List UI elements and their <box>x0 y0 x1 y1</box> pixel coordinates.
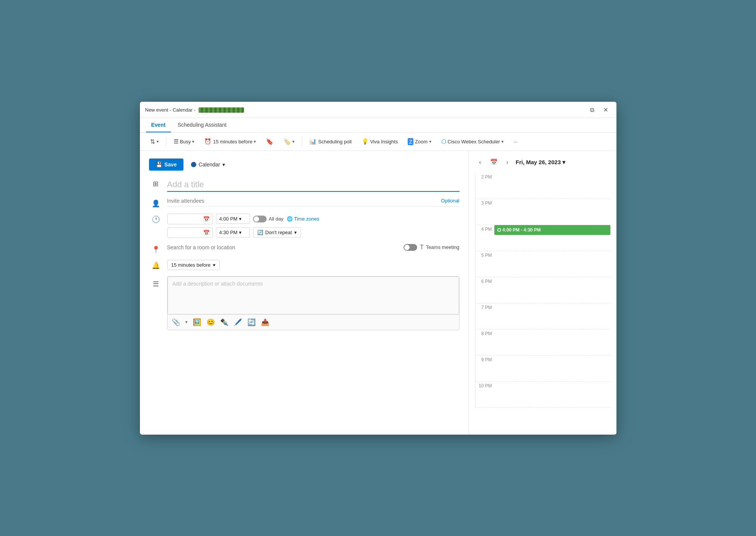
calendar-date-title[interactable]: Fri, May 26, 2023 ▾ <box>516 159 565 166</box>
timeline-slot[interactable]: 4:00 PM - 4:30 PM <box>494 225 610 251</box>
save-button[interactable]: 💾 Save <box>149 158 184 171</box>
cisco-chevron-icon: ▾ <box>501 139 504 144</box>
timeline-slot[interactable] <box>494 199 610 225</box>
window-title-blur <box>199 107 244 113</box>
status-chevron-icon: ▾ <box>192 139 194 144</box>
calendar-grid-button[interactable]: 📅 <box>489 157 499 168</box>
tag-button[interactable]: 🔖 <box>262 136 278 148</box>
attendees-input[interactable] <box>167 198 441 204</box>
cisco-button[interactable]: ⬡ Cisco Webex Scheduler ▾ <box>437 136 508 147</box>
reminder-icon: 🔔 <box>149 260 163 270</box>
calendar-nav: ‹ 📅 › Fri, May 26, 2023 ▾ <box>475 157 610 168</box>
label-chevron-icon: ▾ <box>292 139 295 144</box>
end-date-picker[interactable]: 5/26/2023 📅 <box>167 227 213 238</box>
allday-row: All day <box>253 216 284 222</box>
scheduling-poll-button[interactable]: 📊 Scheduling poll <box>305 136 355 147</box>
calendar-selector-label: Calendar <box>199 162 220 168</box>
timeline-slot[interactable] <box>494 173 610 199</box>
teams-meeting-toggle[interactable] <box>404 244 417 251</box>
image-button[interactable]: 🖼️ <box>192 317 202 328</box>
calendar-prev-button[interactable]: ‹ <box>475 157 486 168</box>
filter-button[interactable]: ⇅ ▾ <box>146 136 163 148</box>
globe-icon: 🌐 <box>287 216 293 222</box>
timeline-slot[interactable] <box>494 251 610 277</box>
highlight-button[interactable]: 🖊️ <box>233 317 243 328</box>
start-time-chevron-icon: ▾ <box>239 216 242 222</box>
label-icon: 🏷️ <box>283 138 291 145</box>
timeline-row: 8 PM <box>475 329 610 356</box>
timeline-slot[interactable] <box>494 356 610 381</box>
signature-button[interactable]: ✒️ <box>219 317 230 328</box>
repeat-selector[interactable]: 🔄 Don't repeat ▾ <box>253 227 301 238</box>
more-options-icon: ··· <box>514 139 518 144</box>
end-date-input[interactable]: 5/26/2023 <box>171 230 201 235</box>
end-datetime-row: 5/26/2023 📅 4:30 PM ▾ 🔄 Don't repeat ▾ <box>167 227 320 238</box>
loop-button[interactable]: 🔄 <box>246 317 257 328</box>
filter-icon: ⇅ <box>150 138 155 145</box>
allday-toggle[interactable] <box>253 216 267 222</box>
reminder-selector[interactable]: 15 minutes before ▾ <box>167 260 220 270</box>
start-date-input[interactable]: 5/26/2023 <box>171 216 201 222</box>
zoom-label: Zoom <box>415 139 427 144</box>
timezone-link[interactable]: 🌐 Time zones <box>287 216 320 222</box>
zoom-icon: Z <box>408 138 413 145</box>
tab-scheduling-assistant[interactable]: Scheduling Assistant <box>172 118 232 132</box>
timeline-slot[interactable] <box>494 329 610 355</box>
teams-meeting-label: Teams meeting <box>426 244 459 250</box>
calendar-next-button[interactable]: › <box>502 157 513 168</box>
timeline: 2 PM3 PM4 PM 4:00 PM - 4:30 PM 5 PM6 PM7… <box>475 173 610 408</box>
description-row: ☰ Add a description or attach documents … <box>149 276 459 330</box>
attach-chevron-button[interactable]: ▾ <box>184 318 189 326</box>
event-block[interactable]: 4:00 PM - 4:30 PM <box>494 225 610 235</box>
repeat-label: Don't repeat <box>265 230 292 235</box>
timeline-row: 5 PM <box>475 251 610 277</box>
zoom-button[interactable]: Z Zoom ▾ <box>404 136 435 148</box>
close-button[interactable]: ✕ <box>601 105 611 115</box>
start-time-value: 4:00 PM <box>219 216 238 222</box>
save-label: Save <box>165 162 177 168</box>
attendees-row: 👤 Optional <box>149 198 459 208</box>
more-options-button[interactable]: ··· <box>509 137 522 147</box>
viva-insights-icon: 💡 <box>362 138 369 145</box>
timeline-time-label: 6 PM <box>475 277 494 284</box>
end-time-picker[interactable]: 4:30 PM ▾ <box>216 227 250 238</box>
timeline-time-label: 5 PM <box>475 251 494 258</box>
calendar-date-chevron-icon: ▾ <box>562 159 565 166</box>
calendar-selector-button[interactable]: Calendar ▾ <box>188 159 228 170</box>
teams-label-row: T Teams meeting <box>420 244 459 251</box>
attach-button[interactable]: 📎 <box>171 317 181 328</box>
reminder-toolbar-button[interactable]: ⏰ 15 minutes before ▾ <box>200 136 260 147</box>
share-button[interactable]: 📤 <box>260 317 270 328</box>
viva-insights-button[interactable]: 💡 Viva Insights <box>357 136 402 147</box>
timeline-time-label: 10 PM <box>475 382 494 388</box>
timeline-row: 3 PM <box>475 199 610 225</box>
title-input[interactable] <box>167 178 459 192</box>
label-button[interactable]: 🏷️ ▾ <box>279 136 299 148</box>
window-title: New event - Calendar - <box>145 107 196 113</box>
optional-link[interactable]: Optional <box>441 198 459 204</box>
form-header: 💾 Save Calendar ▾ <box>149 158 459 171</box>
reminder-toolbar-label: 15 minutes before <box>213 139 252 144</box>
calendar-color-dot <box>191 162 196 167</box>
filter-chevron-icon: ▾ <box>157 139 159 144</box>
timeline-slot[interactable] <box>494 277 610 303</box>
teams-toggle-row: T Teams meeting <box>404 244 459 251</box>
restore-button[interactable]: ⧉ <box>587 105 598 115</box>
start-time-picker[interactable]: 4:00 PM ▾ <box>216 214 250 224</box>
reminder-chevron-icon: ▾ <box>213 262 216 268</box>
timeline-slot[interactable] <box>494 303 610 329</box>
timeline-time-label: 7 PM <box>475 303 494 310</box>
cisco-icon: ⬡ <box>441 138 446 145</box>
start-date-picker[interactable]: 5/26/2023 📅 <box>167 214 213 224</box>
zoom-chevron-icon: ▾ <box>429 139 432 144</box>
start-date-calendar-icon: 📅 <box>203 216 210 222</box>
location-input[interactable] <box>167 244 404 250</box>
tag-icon: 🔖 <box>266 138 273 145</box>
emoji-button[interactable]: 😊 <box>205 317 216 328</box>
timeline-slot[interactable] <box>494 382 610 407</box>
location-row: 📍 T Teams meeting <box>149 244 459 254</box>
status-button[interactable]: ☰ Busy ▾ <box>169 136 199 147</box>
reminder-toolbar-icon: ⏰ <box>204 138 211 145</box>
description-field[interactable]: Add a description or attach documents <box>168 277 459 314</box>
tab-event[interactable]: Event <box>146 118 171 132</box>
